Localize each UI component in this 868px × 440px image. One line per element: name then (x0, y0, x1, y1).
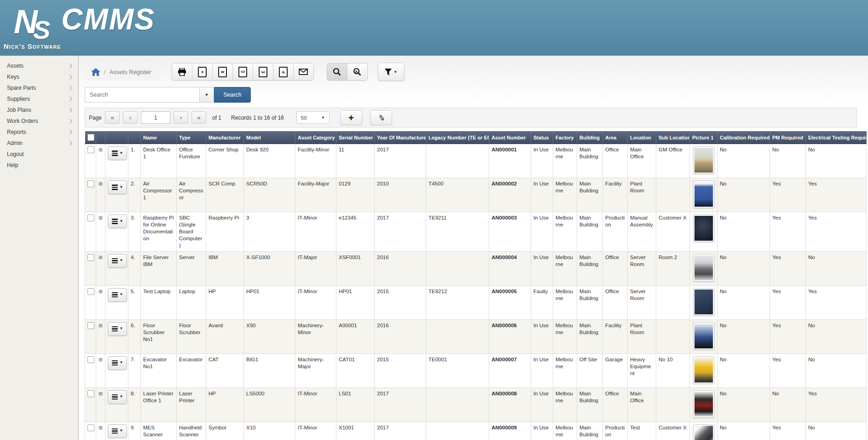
asset-thumbnail[interactable] (693, 424, 714, 440)
search-input[interactable] (85, 87, 199, 103)
row-checkbox[interactable] (87, 390, 94, 397)
row-actions-menu-button[interactable]: ▼ (108, 288, 127, 302)
asset-thumbnail[interactable] (693, 214, 714, 242)
column-header-sub-location[interactable]: Sub Location (656, 131, 690, 144)
quick-search-toggle-button[interactable] (327, 64, 347, 80)
cell-asset-number: AN000004 (489, 251, 531, 285)
column-header-year-of-manufacture[interactable]: Year Of Manufacture (375, 131, 426, 144)
column-header-building[interactable]: Building (577, 131, 603, 144)
print-button[interactable] (172, 64, 192, 80)
column-header-area[interactable]: Area (603, 131, 628, 144)
column-header-calibration-required[interactable]: Calibration Required (718, 131, 770, 144)
asset-thumbnail[interactable] (693, 146, 714, 174)
column-header-asset-category[interactable]: Asset Category (295, 131, 336, 144)
export-json-button[interactable]: ω (253, 64, 273, 80)
column-header-serial-number[interactable]: Serial Number (336, 131, 375, 144)
expand-row-icon[interactable]: ⊞ (98, 255, 103, 260)
asset-thumbnail[interactable] (693, 180, 714, 208)
sidebar-item-assets[interactable]: Assets❯ (0, 60, 78, 71)
column-header-electrical-testing-required[interactable]: Electrical Testing Required (806, 131, 867, 144)
page-number-input[interactable] (141, 111, 170, 124)
column-header-factory[interactable]: Factory (553, 131, 577, 144)
sidebar-item-suppliers[interactable]: Suppliers❯ (0, 93, 78, 104)
sidebar-item-label: Suppliers (7, 96, 30, 102)
sidebar-item-reports[interactable]: Reports❯ (0, 127, 78, 138)
next-page-button[interactable]: › (174, 111, 188, 124)
expand-row-icon[interactable]: ⊞ (98, 181, 103, 186)
expand-row-icon[interactable]: ⊞ (98, 391, 103, 396)
asset-thumbnail[interactable] (693, 356, 714, 384)
column-header-name[interactable]: Name (141, 131, 177, 144)
filter-button[interactable]: ▼ (378, 63, 405, 81)
asset-thumbnail[interactable] (693, 322, 714, 350)
row-actions-menu-button[interactable]: ▼ (108, 180, 127, 194)
expand-row-icon[interactable]: ⊞ (98, 425, 103, 430)
expand-row-icon[interactable]: ⊞ (98, 215, 103, 220)
cell-picture (690, 178, 718, 212)
search-button[interactable]: Search (214, 87, 251, 103)
export-excel-button[interactable]: x (192, 64, 213, 80)
row-checkbox[interactable] (87, 254, 94, 261)
first-page-button[interactable]: « (105, 111, 120, 124)
column-header-type[interactable]: Type (177, 131, 206, 144)
row-actions-menu-button[interactable]: ▼ (108, 356, 127, 370)
row-checkbox[interactable] (87, 288, 94, 295)
prev-page-button[interactable]: ‹ (123, 111, 138, 124)
edit-asset-button[interactable]: ✎ (370, 110, 392, 125)
export-html-button[interactable]: <> (233, 64, 253, 80)
row-actions-menu-button[interactable]: ▼ (108, 424, 127, 438)
row-actions-menu-button[interactable]: ▼ (108, 146, 127, 160)
export-csv-button[interactable]: a, (273, 64, 294, 80)
asset-thumbnail[interactable] (693, 288, 714, 316)
search-field-dropdown-button[interactable]: ▼ (199, 87, 214, 103)
home-icon[interactable] (91, 68, 100, 76)
expand-row-icon[interactable]: ⊞ (98, 289, 103, 294)
column-header-model[interactable]: Model (244, 131, 295, 144)
cell-manufacturer: CAT (206, 353, 244, 388)
email-button[interactable] (294, 64, 313, 80)
row-checkbox[interactable] (87, 322, 94, 329)
pencil-icon: ✎ (376, 114, 386, 122)
sidebar-item-spare-parts[interactable]: Spare Parts❯ (0, 82, 78, 93)
row-checkbox[interactable] (87, 146, 94, 153)
row-actions-menu-button[interactable]: ▼ (108, 322, 127, 336)
last-page-button[interactable]: » (191, 111, 206, 124)
page-size-select[interactable]: 50 ▼ (296, 111, 330, 124)
sidebar-item-help[interactable]: Help (0, 160, 78, 171)
select-all-checkbox[interactable] (87, 134, 94, 141)
cell-expand: ⊞ (96, 285, 105, 319)
sidebar-item-job-plans[interactable]: Job Plans❯ (0, 104, 78, 116)
sidebar-item-work-orders[interactable]: Work Orders❯ (0, 116, 78, 127)
row-actions-menu-button[interactable]: ▼ (108, 390, 127, 404)
row-checkbox[interactable] (87, 424, 94, 431)
sidebar-item-keys[interactable]: Keys❯ (0, 71, 78, 82)
cell-calibration: No (718, 319, 770, 353)
cell-menu: ▼ (105, 422, 128, 440)
column-header-status[interactable]: Status (531, 131, 553, 144)
cell-asset-number: AN000007 (489, 353, 531, 388)
column-header-location[interactable]: Location (628, 131, 656, 144)
row-checkbox[interactable] (87, 356, 94, 363)
row-checkbox[interactable] (87, 214, 94, 221)
sidebar-item-logout[interactable]: Logout (0, 149, 78, 160)
column-header-manufacturer[interactable]: Manufacturer (206, 131, 244, 144)
column-header-pm-required[interactable]: PM Required (770, 131, 806, 144)
column-header-asset-number[interactable]: Asset Number (489, 131, 531, 144)
expand-row-icon[interactable]: ⊞ (98, 323, 103, 328)
chevron-right-icon: ❯ (69, 60, 73, 71)
expand-row-icon[interactable]: ⊞ (98, 357, 103, 362)
column-header-picture-1[interactable]: Picture 1 (690, 131, 718, 144)
column-header-legacy-number-te-or-eq-[interactable]: Legacy Number (TE or EQ) (426, 131, 489, 144)
cell-year: 2015 (375, 353, 426, 388)
asset-thumbnail[interactable] (693, 254, 714, 282)
advanced-search-button[interactable]: A (347, 64, 367, 80)
sidebar-item-admin[interactable]: Admin❯ (0, 138, 78, 149)
cell-category: Machinery-Minor (295, 319, 336, 353)
row-actions-menu-button[interactable]: ▼ (108, 254, 127, 268)
row-actions-menu-button[interactable]: ▼ (108, 214, 127, 228)
export-word-button[interactable]: w (213, 64, 233, 80)
expand-row-icon[interactable]: ⊞ (98, 147, 103, 152)
add-asset-button[interactable]: + (340, 110, 362, 125)
row-checkbox[interactable] (87, 180, 94, 187)
asset-thumbnail[interactable] (693, 390, 714, 418)
